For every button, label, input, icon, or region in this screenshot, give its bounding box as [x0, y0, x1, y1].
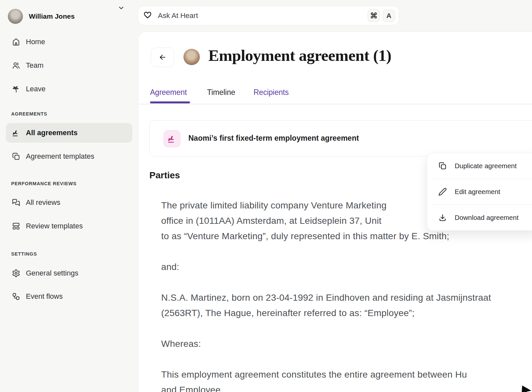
- sidebar-item-label: All agreements: [26, 129, 78, 137]
- sidebar-item-team[interactable]: Team: [0, 58, 132, 73]
- a-key-badge: A: [383, 9, 395, 22]
- heart-logo-icon: [143, 11, 153, 21]
- home-icon: [12, 38, 20, 46]
- workflow-icon: [12, 292, 20, 301]
- sidebar-item-agreement-templates[interactable]: Agreement templates: [0, 149, 132, 164]
- search-bar[interactable]: Ask At Heart: [138, 6, 399, 25]
- sidebar-item-label: General settings: [26, 269, 78, 277]
- menu-item-download-agreement[interactable]: Download agreement: [427, 205, 532, 230]
- sidebar-item-label: All reviews: [26, 198, 60, 207]
- agreement-file-title: Naomi’s first fixed-term employment agre…: [188, 134, 359, 143]
- profile-name: William Jones: [29, 12, 75, 20]
- palm-tree-icon: [12, 85, 20, 93]
- document-line: and Employee: [161, 382, 220, 392]
- tab-timeline[interactable]: Timeline: [207, 88, 235, 97]
- document-line: This employment agreement constitutes th…: [161, 367, 467, 382]
- tab-agreement[interactable]: Agreement: [150, 88, 187, 97]
- document-line: (2563RT), The Hague, hereinafter referre…: [161, 305, 415, 321]
- active-tab-underline: [150, 101, 190, 103]
- gear-icon: [12, 269, 20, 277]
- context-menu: Duplicate agreement Edit agreement Downl…: [427, 153, 532, 231]
- signature-pink-icon: [163, 130, 180, 147]
- sidebar-item-review-templates[interactable]: Review templates: [0, 218, 132, 234]
- search-placeholder: Ask At Heart: [158, 11, 198, 20]
- sidebar-item-label: Agreement templates: [26, 152, 94, 161]
- menu-item-label: Edit agreement: [455, 188, 500, 196]
- document-line: and:: [161, 259, 179, 275]
- download-icon: [438, 213, 447, 222]
- section-label-agreements: AGREEMENTS: [11, 111, 47, 116]
- chat-bubbles-icon: [12, 198, 20, 207]
- sidebar: William Jones Home Team Leave AGREEMENTS…: [0, 0, 132, 392]
- menu-item-duplicate-agreement[interactable]: Duplicate agreement: [427, 153, 532, 179]
- sidebar-item-general-settings[interactable]: General settings: [0, 265, 132, 281]
- sidebar-item-event-flows[interactable]: Event flows: [0, 289, 132, 304]
- copy-document-icon: [12, 152, 20, 161]
- mouse-cursor: [520, 385, 532, 392]
- document-line: office in (1011AA) Amsterdam, at Leidsep…: [161, 213, 382, 228]
- sidebar-item-label: Leave: [26, 85, 46, 93]
- duplicate-icon: [438, 162, 447, 170]
- tab-recipients[interactable]: Recipients: [254, 88, 289, 97]
- section-heading-parties: Parties: [149, 170, 180, 181]
- back-button[interactable]: [151, 47, 174, 67]
- sidebar-item-leave[interactable]: Leave: [0, 81, 132, 97]
- menu-item-edit-agreement[interactable]: Edit agreement: [427, 179, 532, 205]
- document-line: The private limited liability company Ve…: [161, 198, 387, 213]
- section-label-performance-reviews: PERFORMANCE REVIEWS: [11, 181, 77, 186]
- profile-menu[interactable]: William Jones: [8, 9, 126, 24]
- avatar: [8, 9, 23, 24]
- page-title: Employment agreement (1): [208, 46, 391, 65]
- document-line: N.S.A. Martinez, born on 23-04-1992 in E…: [161, 290, 491, 305]
- menu-item-label: Download agreement: [455, 214, 519, 222]
- section-label-settings: SETTINGS: [11, 251, 37, 257]
- sidebar-item-all-reviews[interactable]: All reviews: [0, 195, 132, 210]
- chevron-down-icon[interactable]: [117, 4, 125, 12]
- document-line: to as “Venture Marketing”, duly represen…: [161, 228, 449, 244]
- cmd-key-badge: ⌘: [368, 9, 380, 22]
- sidebar-item-home[interactable]: Home: [0, 34, 132, 50]
- layout-icon: [12, 222, 20, 230]
- document-line: Whereas:: [161, 336, 201, 351]
- employee-avatar: [183, 49, 200, 65]
- team-icon: [12, 61, 20, 70]
- sidebar-item-label: Event flows: [26, 292, 63, 301]
- pencil-icon: [438, 187, 447, 196]
- menu-item-label: Duplicate agreement: [455, 162, 517, 170]
- sidebar-item-label: Home: [26, 38, 45, 46]
- arrow-left-icon: [158, 53, 167, 62]
- tabs-divider: [138, 104, 532, 104]
- sidebar-item-label: Review templates: [26, 222, 83, 230]
- signature-icon: [12, 129, 20, 137]
- sidebar-item-label: Team: [26, 61, 44, 70]
- sidebar-item-all-agreements[interactable]: All agreements: [6, 123, 132, 143]
